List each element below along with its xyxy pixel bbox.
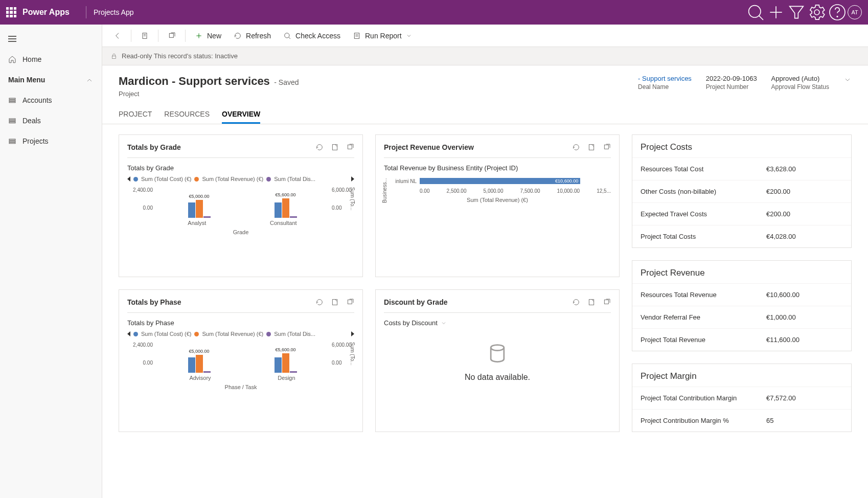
charts-column: Totals by Grade Totals by Grade Sum (Tot…	[119, 134, 620, 432]
run-report-button[interactable]: Run Report	[348, 29, 417, 43]
data-label: €5,000.00	[189, 349, 209, 354]
expand-header-icon[interactable]	[843, 76, 852, 84]
refresh-chart-icon[interactable]	[315, 143, 324, 151]
svg-point-5	[814, 10, 819, 15]
refresh-chart-icon[interactable]	[572, 143, 580, 151]
legend-item: Sum (Total Dis...	[274, 331, 315, 337]
field-label: Project Contribution Margin %	[641, 417, 766, 424]
legend-item: Sum (Total Cost) (€)	[141, 331, 191, 337]
view-records-icon[interactable]	[587, 298, 596, 306]
tab-resources[interactable]: RESOURCES	[164, 106, 210, 124]
svg-rect-31	[589, 145, 593, 150]
field-label: Project Total Contribution Margin	[641, 394, 766, 402]
field-value: €4,028.00	[766, 233, 843, 240]
entity-label: Project	[119, 90, 299, 98]
legend-item: Sum (Total Revenue) (€)	[202, 331, 263, 337]
nav-collapse-button[interactable]	[0, 29, 102, 49]
data-label: €5,000.00	[189, 194, 209, 199]
data-label: €10,600.00	[555, 178, 578, 184]
add-icon[interactable]	[766, 2, 786, 22]
gear-icon[interactable]	[807, 2, 827, 22]
discount-dropdown[interactable]: Costs by Discount	[384, 319, 611, 327]
expand-chart-icon[interactable]	[603, 298, 611, 306]
filter-icon[interactable]	[786, 2, 807, 22]
svg-rect-15	[9, 141, 15, 142]
chart-subtitle: Totals by Grade	[127, 164, 354, 172]
meta-label: Approval Flow Status	[771, 83, 829, 90]
card-title: Project Revenue	[632, 261, 851, 283]
legend-next-icon[interactable]	[351, 176, 354, 182]
field-value: €200.00	[766, 188, 843, 195]
view-records-icon[interactable]	[587, 143, 596, 151]
sidebar-item-projects[interactable]: Projects	[0, 131, 102, 151]
field-value: 65	[766, 417, 843, 424]
refresh-button[interactable]: Refresh	[229, 29, 276, 43]
status-text: Read-only This record's status: Inactive	[122, 52, 238, 60]
category-label: Design	[278, 375, 295, 381]
nav-section-header[interactable]: Main Menu	[0, 70, 102, 90]
data-label: €5,600.00	[275, 192, 295, 197]
check-access-label: Check Access	[295, 32, 340, 40]
content: Totals by Grade Totals by Grade Sum (Tot…	[102, 124, 868, 442]
card-discount-by-grade: Discount by Grade Costs by Discount	[375, 289, 620, 432]
record-header: Mardicon - Support services - Saved Proj…	[102, 65, 868, 98]
check-access-icon	[283, 32, 291, 40]
chart: 2,400.000.00 6,000.000.00 Sum (To... €5,…	[127, 342, 354, 373]
brand-label: Power Apps	[22, 8, 70, 17]
run-report-label: Run Report	[365, 32, 402, 40]
waffle-icon[interactable]	[6, 7, 16, 17]
meta-value[interactable]: - Support services	[638, 75, 692, 82]
expand-chart-icon[interactable]	[603, 143, 611, 151]
new-button[interactable]: New	[190, 29, 226, 43]
top-bar: Power Apps Projects App AT	[0, 0, 868, 25]
legend: Sum (Total Cost) (€) Sum (Total Revenue)…	[127, 176, 354, 182]
svg-point-7	[837, 16, 838, 17]
svg-marker-4	[790, 6, 804, 18]
legend-prev-icon[interactable]	[127, 331, 130, 336]
data-label: €5,600.00	[275, 347, 295, 352]
view-records-icon[interactable]	[331, 143, 339, 151]
refresh-chart-icon[interactable]	[572, 298, 580, 306]
tab-project[interactable]: PROJECT	[119, 106, 152, 124]
card-project-costs: Project Costs Resources Total Cost€3,628…	[632, 134, 852, 248]
expand-chart-icon[interactable]	[346, 143, 354, 151]
svg-point-0	[749, 6, 761, 17]
meta-label: Deal Name	[638, 83, 692, 90]
status-bar: Read-only This record's status: Inactive	[102, 47, 868, 65]
tab-overview[interactable]: OVERVIEW	[222, 106, 260, 124]
chart: 2,400.000.00 6,000.000.00 Sum (To... €5,…	[127, 187, 354, 218]
svg-rect-35	[589, 300, 593, 305]
legend-prev-icon[interactable]	[127, 176, 130, 182]
svg-point-37	[491, 345, 504, 351]
view-records-icon[interactable]	[331, 298, 339, 306]
card-totals-by-phase: Totals by Phase Totals by Phase Sum (Tot…	[119, 289, 363, 432]
sidebar-item-accounts[interactable]: Accounts	[0, 90, 102, 110]
refresh-icon	[234, 32, 242, 40]
page-title: Mardicon - Support services	[119, 75, 270, 87]
help-icon[interactable]	[827, 2, 848, 22]
avatar[interactable]: AT	[848, 5, 862, 19]
expand-chart-icon[interactable]	[346, 298, 354, 306]
chevron-up-icon	[85, 76, 94, 84]
app-name: Projects App	[94, 8, 134, 16]
search-icon[interactable]	[745, 2, 766, 22]
check-access-button[interactable]: Check Access	[278, 29, 346, 43]
open-new-window-button[interactable]	[163, 29, 181, 43]
meta-label: Project Number	[706, 83, 757, 90]
axis-title: Phase / Task	[127, 384, 354, 390]
record-set-button[interactable]	[135, 29, 154, 43]
meta-deal-name: - Support services Deal Name	[638, 75, 692, 90]
lock-icon	[110, 53, 118, 60]
refresh-chart-icon[interactable]	[315, 298, 324, 306]
legend-next-icon[interactable]	[351, 331, 354, 336]
projects-icon	[8, 137, 16, 145]
field-label: Project Total Revenue	[641, 336, 766, 344]
sidebar-item-home[interactable]: Home	[0, 49, 102, 70]
field-value: €10,600.00	[766, 291, 843, 299]
sidebar-item-deals[interactable]: Deals	[0, 110, 102, 131]
deals-icon	[8, 117, 16, 125]
back-button[interactable]	[108, 29, 127, 43]
dropdown-label: Costs by Discount	[384, 319, 438, 327]
svg-rect-29	[332, 145, 337, 150]
card-totals-by-grade: Totals by Grade Totals by Grade Sum (Tot…	[119, 134, 363, 277]
